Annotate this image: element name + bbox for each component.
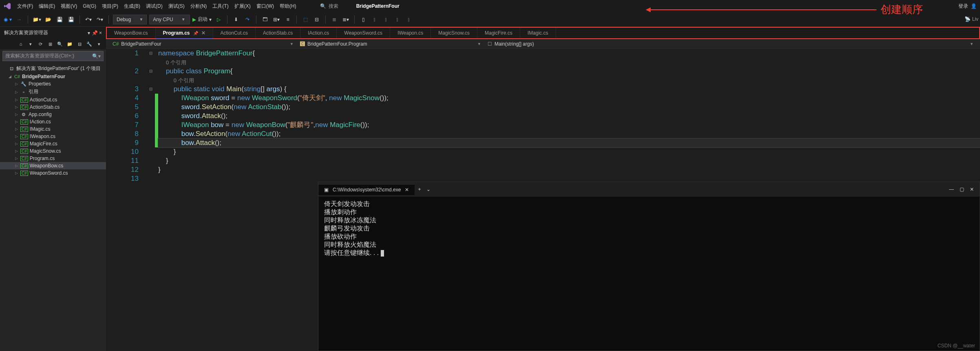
- menu-git[interactable]: Git(G): [83, 3, 96, 9]
- nav-scope-method[interactable]: ☐Main(string[] args)▼: [484, 41, 977, 47]
- login-button[interactable]: 登录 👤: [958, 3, 977, 10]
- tool-icon[interactable]: ▾: [27, 40, 34, 48]
- tree-item[interactable]: ▷C#WeaponBow.cs: [0, 162, 106, 169]
- tool-icon[interactable]: ⊟: [312, 15, 321, 24]
- step-over-icon[interactable]: ↷: [243, 15, 252, 24]
- tree-item[interactable]: ▷C#IMagic.cs: [0, 125, 106, 133]
- tool-icon[interactable]: ≣▾: [341, 15, 350, 24]
- home-icon[interactable]: ⌂: [17, 40, 24, 48]
- menu-project[interactable]: 项目(P): [102, 3, 118, 10]
- menu-window[interactable]: 窗口(W): [256, 3, 274, 10]
- editor-tab[interactable]: ActionStab.cs: [256, 28, 300, 38]
- tree-item[interactable]: ▷C#Program.cs: [0, 155, 106, 162]
- nav-fwd-icon[interactable]: →: [15, 15, 24, 24]
- tool-icon[interactable]: ⊞: [46, 40, 54, 48]
- menu-analyze[interactable]: 分析(N): [190, 3, 207, 10]
- expand-icon[interactable]: ▷: [14, 134, 19, 138]
- tree-item[interactable]: ▷C#ActionCut.cs: [0, 96, 106, 103]
- menu-file[interactable]: 文件(F): [17, 3, 33, 10]
- editor-tab[interactable]: WeaponSword.cs: [337, 28, 390, 38]
- solution-node[interactable]: ⊡解决方案 'BridgePatternFour' (1 个项目: [0, 64, 106, 73]
- menu-build[interactable]: 生成(B): [124, 3, 140, 10]
- expand-icon[interactable]: ▷: [14, 149, 19, 153]
- new-project-icon[interactable]: 📁▾: [32, 15, 41, 24]
- tree-item[interactable]: ▷🔧Properties: [0, 80, 106, 88]
- tree-item[interactable]: ▷C#MagicFire.cs: [0, 140, 106, 147]
- menu-view[interactable]: 视图(V): [61, 3, 77, 10]
- editor-tab[interactable]: MagicFire.cs: [477, 28, 520, 38]
- tree-item[interactable]: ▷C#MagicSnow.cs: [0, 147, 106, 155]
- bookmark-icon[interactable]: ⫿: [404, 15, 413, 24]
- expand-icon[interactable]: ▷: [14, 105, 19, 109]
- step-icon[interactable]: ⬇: [232, 15, 241, 24]
- tool-icon[interactable]: 🗔: [260, 15, 269, 24]
- menu-edit[interactable]: 编辑(E): [39, 3, 55, 10]
- tree-item[interactable]: ▷C#IAction.cs: [0, 118, 106, 125]
- pin-icon[interactable]: 📌: [193, 31, 198, 35]
- expand-icon[interactable]: ▷: [14, 142, 19, 146]
- editor-tab[interactable]: IAction.cs: [300, 28, 337, 38]
- expand-icon[interactable]: ▷: [14, 127, 19, 131]
- new-tab-icon[interactable]: +: [418, 186, 421, 192]
- pin-icon[interactable]: ▾ 📌 ×: [88, 30, 102, 36]
- tool-icon[interactable]: ⟳: [37, 40, 44, 48]
- bookmark-icon[interactable]: ⫿: [370, 15, 379, 24]
- menu-tools[interactable]: 工具(T): [212, 3, 228, 10]
- editor-tab[interactable]: IMagic.cs: [520, 28, 556, 38]
- editor-tab[interactable]: WeaponBow.cs: [107, 28, 156, 38]
- menu-test[interactable]: 测试(S): [168, 3, 185, 10]
- run-button[interactable]: ▶启动 ▾: [192, 16, 212, 23]
- nav-back-icon[interactable]: ◉ ▾: [3, 15, 12, 24]
- live-share-button[interactable]: 📡 Liv: [965, 16, 978, 22]
- run-nodebug-icon[interactable]: ▷: [214, 15, 223, 24]
- project-node[interactable]: ◢C#BridgePatternFour: [0, 73, 106, 80]
- expand-icon[interactable]: ▷: [14, 82, 19, 86]
- tree-item[interactable]: ▷C#WeaponSword.cs: [0, 169, 106, 177]
- tree-item[interactable]: ▷▫引用: [0, 88, 106, 96]
- config-combo[interactable]: Debug▼: [113, 15, 147, 24]
- editor-tab[interactable]: IWeapon.cs: [390, 28, 431, 38]
- terminal-tab[interactable]: ▣ C:\Windows\system32\cmd.exe ✕: [318, 184, 415, 195]
- expand-icon[interactable]: ▷: [14, 120, 19, 124]
- save-icon[interactable]: 💾: [55, 15, 64, 24]
- expand-icon[interactable]: ▷: [14, 112, 19, 116]
- expand-icon[interactable]: ▷: [14, 156, 19, 160]
- expand-icon[interactable]: ▷: [14, 164, 19, 168]
- save-all-icon[interactable]: 💾: [66, 15, 75, 24]
- menu-debug[interactable]: 调试(D): [146, 3, 163, 10]
- minimize-icon[interactable]: —: [949, 186, 954, 192]
- expand-icon[interactable]: ▷: [14, 171, 19, 175]
- tree-item[interactable]: ▷C#ActionStab.cs: [0, 103, 106, 111]
- tool-icon[interactable]: ⊟: [76, 40, 83, 48]
- solution-search-input[interactable]: 搜索解决方案资源管理器(Ctrl+;) 🔍▾: [2, 51, 104, 61]
- tool-icon[interactable]: 📁: [66, 40, 73, 48]
- tool-icon[interactable]: 🔍: [56, 40, 64, 48]
- wrench-icon[interactable]: 🔧: [86, 40, 93, 48]
- tool-icon[interactable]: ⊞▾: [272, 15, 281, 24]
- tool-icon[interactable]: ▯: [359, 15, 368, 24]
- nav-scope-project[interactable]: C#BridgePatternFour▼: [109, 41, 297, 47]
- nav-scope-class[interactable]: 🅲BridgePatternFour.Program▼: [297, 41, 484, 47]
- tree-item[interactable]: ▷C#IWeapon.cs: [0, 133, 106, 140]
- menu-help[interactable]: 帮助(H): [280, 3, 296, 10]
- platform-combo[interactable]: Any CPU▼: [149, 15, 190, 24]
- tool-icon[interactable]: ▾: [95, 40, 103, 48]
- menu-extensions[interactable]: 扩展(X): [234, 3, 251, 10]
- terminal-output[interactable]: 倚天剑发动攻击播放刺动作同时释放冰冻魔法麒麟弓发动攻击播放砍动作同时释放火焰魔法…: [318, 197, 980, 260]
- redo-icon[interactable]: ↷▾: [95, 15, 104, 24]
- tool-icon[interactable]: ⬚: [301, 15, 310, 24]
- undo-icon[interactable]: ↶▾: [84, 15, 93, 24]
- expand-icon[interactable]: ▷: [14, 90, 19, 94]
- bookmark-icon[interactable]: ⫿: [382, 15, 391, 24]
- expand-icon[interactable]: ▷: [14, 98, 19, 102]
- close-icon[interactable]: ✕: [405, 187, 409, 193]
- tool-icon[interactable]: ≡: [283, 15, 292, 24]
- bookmark-icon[interactable]: ⫿: [393, 15, 402, 24]
- tree-item[interactable]: ▷⚙App.config: [0, 111, 106, 118]
- maximize-icon[interactable]: ▢: [960, 186, 964, 192]
- editor-tab[interactable]: Program.cs📌✕: [156, 28, 213, 38]
- editor-tab[interactable]: ActionCut.cs: [213, 28, 256, 38]
- tool-icon[interactable]: ≣: [330, 15, 339, 24]
- editor-tab[interactable]: MagicSnow.cs: [431, 28, 477, 38]
- close-icon[interactable]: ✕: [970, 186, 974, 192]
